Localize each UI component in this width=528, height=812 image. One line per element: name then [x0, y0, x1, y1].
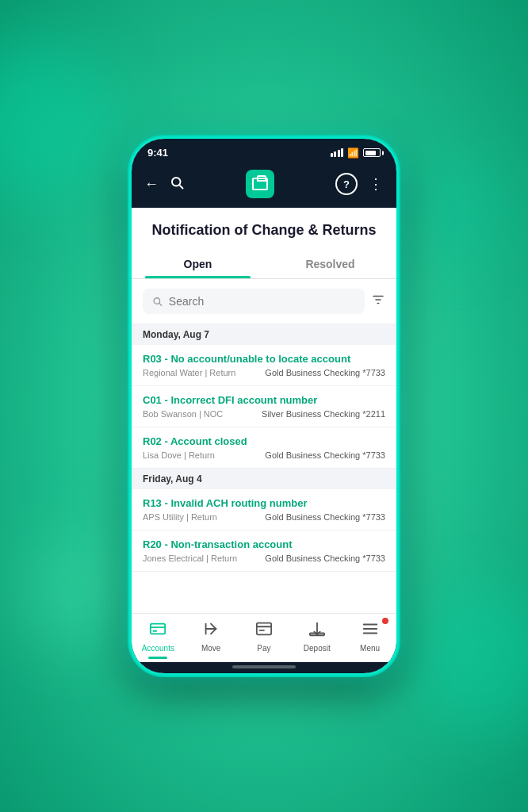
- main-content: Notification of Change & Returns Open Re…: [132, 208, 396, 662]
- svg-line-3: [159, 303, 162, 305]
- item-title: R03 - No account/unable to locate accoun…: [143, 353, 385, 365]
- bottom-nav: Accounts Move: [132, 613, 396, 662]
- date-header-2: Friday, Aug 4: [132, 469, 396, 489]
- header-left: ←: [144, 175, 184, 193]
- date-header-1: Monday, Aug 7: [132, 324, 396, 345]
- home-bar: [232, 665, 296, 668]
- active-bar: [148, 657, 167, 659]
- pay-icon: [255, 620, 273, 642]
- back-button[interactable]: ←: [144, 176, 159, 193]
- status-icons: 📶: [331, 147, 381, 159]
- tab-open[interactable]: Open: [132, 250, 264, 278]
- item-subtitle: Bob Swanson | NOC: [143, 409, 223, 419]
- item-account: Gold Business Checking *7733: [265, 450, 385, 460]
- list-item[interactable]: R03 - No account/unable to locate accoun…: [132, 345, 396, 386]
- pay-label: Pay: [257, 644, 270, 653]
- nav-move[interactable]: Move: [191, 620, 231, 653]
- signal-icon: [331, 148, 344, 157]
- more-button[interactable]: ⋮: [369, 175, 384, 193]
- wifi-icon: 📶: [347, 147, 359, 159]
- item-subtitle-row: APS Utility | Return Gold Business Check…: [143, 512, 385, 522]
- search-container: [132, 279, 396, 324]
- item-subtitle-row: Regional Water | Return Gold Business Ch…: [143, 368, 385, 377]
- phone-screen: 9:41 📶 ←: [132, 139, 396, 673]
- item-subtitle-row: Jones Electrical | Return Gold Business …: [143, 553, 385, 563]
- svg-line-1: [179, 185, 182, 188]
- menu-label: Menu: [360, 644, 380, 653]
- item-account: Gold Business Checking *7733: [265, 553, 385, 563]
- item-subtitle: Jones Electrical | Return: [143, 553, 237, 563]
- list-item[interactable]: R02 - Account closed Lisa Dove | Return …: [132, 427, 396, 469]
- app-logo-icon: [252, 178, 268, 190]
- phone-frame: 9:41 📶 ←: [129, 136, 399, 676]
- list-item[interactable]: C01 - Incorrect DFI account number Bob S…: [132, 386, 396, 427]
- svg-rect-11: [257, 623, 271, 635]
- item-account: Silver Business Checking *2211: [262, 409, 385, 419]
- item-subtitle-row: Bob Swanson | NOC Silver Business Checki…: [143, 409, 385, 419]
- move-label: Move: [201, 644, 220, 653]
- nav-accounts[interactable]: Accounts: [138, 620, 178, 653]
- help-button[interactable]: ?: [335, 173, 358, 195]
- menu-icon: [362, 620, 379, 642]
- app-header: ← ? ⋮: [132, 163, 396, 208]
- item-subtitle: Regional Water | Return: [143, 368, 235, 377]
- svg-rect-7: [151, 624, 165, 634]
- status-time: 9:41: [147, 147, 168, 159]
- search-input[interactable]: [169, 295, 355, 308]
- nav-pay[interactable]: Pay: [244, 620, 284, 653]
- home-indicator: [132, 662, 396, 673]
- list-item[interactable]: R13 - Invalid ACH routing number APS Uti…: [132, 489, 396, 530]
- item-subtitle: APS Utility | Return: [143, 512, 217, 522]
- tabs-container: Open Resolved: [132, 250, 396, 279]
- search-button[interactable]: [170, 175, 184, 193]
- header-right: ? ⋮: [335, 173, 384, 195]
- item-title: C01 - Incorrect DFI account number: [143, 394, 385, 406]
- search-bar: [143, 289, 365, 314]
- app-logo: [246, 170, 274, 198]
- battery-icon: [363, 148, 381, 157]
- accounts-label: Accounts: [142, 644, 174, 653]
- deposit-label: Deposit: [304, 644, 331, 653]
- filter-button[interactable]: [371, 293, 385, 310]
- accounts-icon: [149, 620, 166, 642]
- nav-menu[interactable]: Menu: [350, 620, 390, 653]
- deposit-icon: [308, 620, 326, 642]
- item-account: Gold Business Checking *7733: [265, 368, 385, 377]
- nav-deposit[interactable]: Deposit: [297, 620, 337, 653]
- list-item[interactable]: R20 - Non-transaction account Jones Elec…: [132, 530, 396, 572]
- item-title: R02 - Account closed: [143, 435, 385, 447]
- item-subtitle-row: Lisa Dove | Return Gold Business Checkin…: [143, 450, 385, 460]
- item-title: R20 - Non-transaction account: [143, 538, 385, 550]
- list-container: Monday, Aug 7 R03 - No account/unable to…: [132, 324, 396, 613]
- move-icon: [202, 620, 220, 642]
- tab-resolved[interactable]: Resolved: [264, 250, 396, 278]
- status-bar: 9:41 📶: [132, 139, 396, 163]
- item-account: Gold Business Checking *7733: [265, 512, 385, 522]
- phone-wrapper: 9:41 📶 ←: [129, 136, 399, 676]
- item-title: R13 - Invalid ACH routing number: [143, 497, 385, 509]
- menu-badge: [382, 618, 388, 624]
- item-subtitle: Lisa Dove | Return: [143, 450, 215, 460]
- page-title: Notification of Change & Returns: [132, 208, 396, 250]
- search-icon: [152, 296, 163, 307]
